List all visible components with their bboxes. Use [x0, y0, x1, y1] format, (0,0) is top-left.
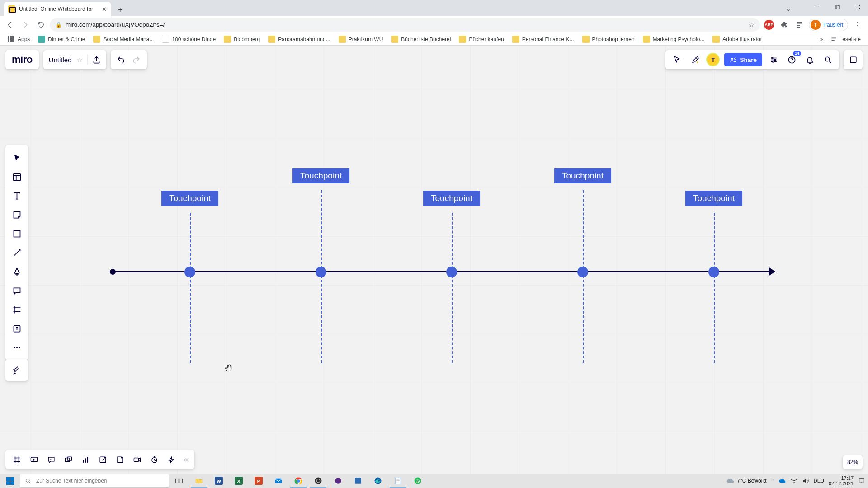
- reactions-icon[interactable]: [688, 53, 702, 66]
- timeline-arrow-icon[interactable]: [769, 267, 775, 276]
- collapse-toolbar-button[interactable]: ≪: [181, 456, 191, 463]
- bookmark-item[interactable]: Bücher kaufen: [456, 34, 507, 44]
- video-button[interactable]: [129, 452, 145, 467]
- presentation-button[interactable]: [26, 452, 42, 467]
- frames-panel-button[interactable]: [9, 452, 24, 467]
- upload-tool[interactable]: [8, 319, 26, 338]
- word-app[interactable]: W: [209, 474, 229, 488]
- spotify-app[interactable]: [408, 474, 428, 488]
- tab-overflow-icon[interactable]: ⌄: [785, 5, 791, 13]
- bookmark-item[interactable]: Photoshop lernen: [579, 34, 638, 44]
- powerpoint-app[interactable]: P: [249, 474, 269, 488]
- minimize-button[interactable]: [807, 0, 826, 14]
- timeline-node[interactable]: [184, 267, 195, 277]
- share-button[interactable]: Share: [724, 53, 762, 66]
- bookmark-item[interactable]: Bücherliste Bücherei: [388, 34, 454, 44]
- close-window-button[interactable]: [848, 0, 868, 14]
- search-icon[interactable]: [821, 53, 835, 66]
- notepad-app[interactable]: [388, 474, 408, 488]
- touchpoint-card[interactable]: Touchpoint: [161, 191, 218, 206]
- forward-button[interactable]: [19, 19, 32, 31]
- undo-button[interactable]: [115, 54, 127, 66]
- wifi-icon[interactable]: [790, 477, 797, 484]
- back-button[interactable]: [4, 19, 16, 31]
- zoom-indicator[interactable]: 82%: [843, 455, 863, 469]
- favorite-star-icon[interactable]: ☆: [76, 56, 83, 64]
- redo-button[interactable]: [131, 54, 142, 66]
- edge-app[interactable]: [368, 474, 388, 488]
- frame-tool[interactable]: [8, 300, 26, 319]
- extensions-icon[interactable]: [778, 19, 791, 31]
- timeline-dash[interactable]: [452, 213, 453, 363]
- timeline-axis[interactable]: [111, 271, 772, 272]
- text-tool[interactable]: [8, 187, 26, 205]
- link-button[interactable]: [95, 452, 110, 467]
- bookmark-item[interactable]: Dinner & Crime: [35, 34, 88, 44]
- timer-button[interactable]: [146, 452, 162, 467]
- address-bar[interactable]: 🔒 miro.com/app/board/uXjVOdpoZhs=/ ☆: [50, 18, 760, 32]
- voting-button[interactable]: [164, 452, 179, 467]
- abp-extension-icon[interactable]: ABP: [763, 19, 775, 31]
- bookmarks-overflow-button[interactable]: »: [817, 36, 826, 42]
- comment-tool[interactable]: [8, 282, 26, 300]
- action-center-icon[interactable]: [858, 477, 865, 484]
- sticky-note-tool[interactable]: [8, 206, 26, 224]
- touchpoint-card[interactable]: Touchpoint: [685, 191, 742, 206]
- export-button[interactable]: [92, 56, 101, 64]
- obs-app[interactable]: [308, 474, 328, 488]
- chrome-app[interactable]: [288, 474, 308, 488]
- reload-button[interactable]: [34, 19, 47, 31]
- note-button[interactable]: [112, 452, 127, 467]
- bookmark-item[interactable]: Panoramabahn und...: [265, 34, 333, 44]
- more-tools-button[interactable]: [8, 338, 26, 357]
- select-tool[interactable]: [8, 149, 26, 167]
- bell-icon[interactable]: [803, 53, 816, 66]
- board-title[interactable]: Untitled: [49, 56, 72, 64]
- task-view-button[interactable]: [169, 474, 189, 488]
- file-explorer-app[interactable]: [189, 474, 209, 488]
- chart-panel-button[interactable]: [78, 452, 93, 467]
- onedrive-icon[interactable]: [778, 477, 786, 484]
- touchpoint-card[interactable]: Touchpoint: [292, 168, 349, 183]
- mail-app[interactable]: [269, 474, 288, 488]
- timeline-dash[interactable]: [714, 213, 715, 363]
- weather-widget[interactable]: 7°C Bewölkt: [726, 477, 767, 485]
- settings-sliders-icon[interactable]: [767, 53, 780, 66]
- bookmark-item[interactable]: 100 schöne Dinge: [159, 34, 219, 44]
- bookmark-item[interactable]: Praktikum WU: [335, 34, 387, 44]
- canvas[interactable]: TouchpointTouchpointTouchpointTouchpoint…: [0, 46, 868, 474]
- card-panel-button[interactable]: [61, 452, 76, 467]
- activity-panel-button[interactable]: [844, 50, 863, 69]
- start-button[interactable]: [0, 474, 20, 488]
- timeline-start-dot[interactable]: [110, 269, 116, 275]
- bookmark-item[interactable]: Personal Finance K...: [509, 34, 577, 44]
- volume-icon[interactable]: [802, 477, 809, 484]
- timeline-node[interactable]: [708, 267, 719, 277]
- miro-logo[interactable]: miro: [5, 50, 39, 69]
- bookmark-star-icon[interactable]: ☆: [749, 21, 755, 28]
- tray-chevron-icon[interactable]: ˄: [771, 478, 774, 484]
- help-icon[interactable]: 14: [785, 53, 798, 66]
- cursor-pointer-icon[interactable]: [670, 53, 684, 66]
- pen-tool[interactable]: [8, 263, 26, 281]
- touchpoint-card[interactable]: Touchpoint: [423, 191, 480, 206]
- bookmark-item[interactable]: Social Media Mana...: [90, 34, 157, 44]
- reading-list-button[interactable]: Leseliste: [828, 36, 863, 43]
- timeline-node[interactable]: [316, 267, 326, 277]
- taskbar-search[interactable]: Zur Suche Text hier eingeben: [20, 474, 169, 488]
- profile-chip[interactable]: T Pausiert: [809, 19, 848, 31]
- templates-tool[interactable]: [8, 168, 26, 186]
- excel-app[interactable]: X: [229, 474, 249, 488]
- browser-tab[interactable]: Untitled, Online Whiteboard for ✕: [4, 2, 111, 16]
- timeline-dash[interactable]: [190, 213, 191, 363]
- close-tab-icon[interactable]: ✕: [102, 6, 107, 13]
- new-tab-button[interactable]: +: [114, 4, 127, 16]
- shape-tool[interactable]: [8, 225, 26, 243]
- bookmark-apps[interactable]: Apps: [5, 34, 33, 44]
- user-avatar[interactable]: T: [706, 53, 720, 66]
- bookmark-item[interactable]: Adobe Illustrator: [709, 34, 765, 44]
- comments-panel-button[interactable]: [43, 452, 59, 467]
- quick-action-button[interactable]: [8, 361, 26, 379]
- touchpoint-card[interactable]: Touchpoint: [554, 168, 611, 183]
- timeline-node[interactable]: [446, 267, 457, 277]
